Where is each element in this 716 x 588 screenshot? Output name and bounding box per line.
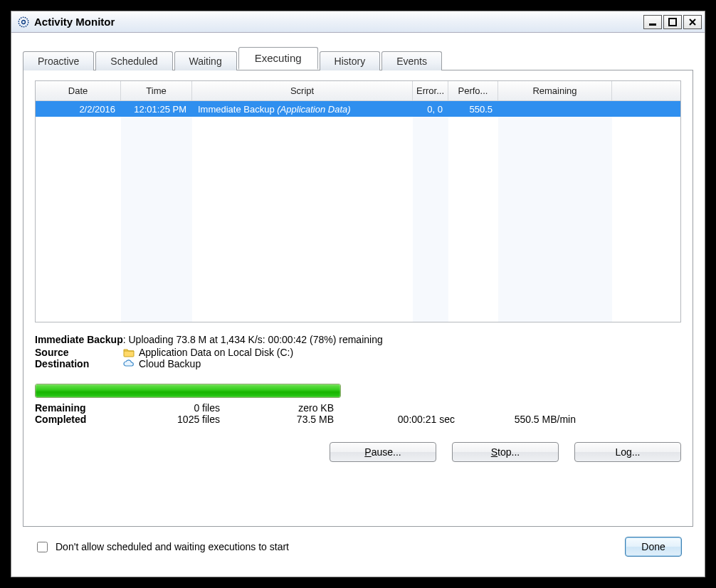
tab-waiting[interactable]: Waiting <box>174 51 237 70</box>
col-remaining[interactable]: Remaining <box>498 81 612 100</box>
stop-button[interactable]: Stop... <box>452 442 559 462</box>
tab-events[interactable]: Events <box>381 51 442 70</box>
grid-body[interactable]: 2/2/2016 12:01:25 PM Immediate Backup (A… <box>36 101 680 322</box>
status-line-source: Source Application Data on Local Disk (C… <box>35 347 681 358</box>
cell-perf: 550.5 <box>448 104 498 115</box>
col-date[interactable]: Date <box>36 81 121 100</box>
col-perf[interactable]: Perfo... <box>448 81 498 100</box>
table-row[interactable]: 2/2/2016 12:01:25 PM Immediate Backup (A… <box>36 101 680 117</box>
tab-history[interactable]: History <box>320 51 381 70</box>
grid-header: Date Time Script Error... Perfo... Remai… <box>36 81 680 101</box>
stats-completed-files: 1025 files <box>127 414 241 425</box>
progress-fill <box>36 384 340 397</box>
stats-rate: 550.5 MB/min <box>476 414 597 425</box>
action-buttons: Pause... Stop... Log... <box>35 442 681 462</box>
stats-elapsed: 00:00:21 sec <box>355 414 476 425</box>
cell-error: 0, 0 <box>413 104 448 115</box>
svg-rect-3 <box>669 19 676 26</box>
footer: Don't allow scheduled and waiting execut… <box>23 527 693 567</box>
tab-executing[interactable]: Executing <box>238 47 318 70</box>
status-source-text: Application Data on Local Disk (C:) <box>139 347 293 358</box>
svg-point-1 <box>22 20 26 23</box>
col-script[interactable]: Script <box>192 81 413 100</box>
tab-proactive[interactable]: Proactive <box>23 51 94 70</box>
dont-allow-checkbox-label[interactable]: Don't allow scheduled and waiting execut… <box>34 540 289 555</box>
cell-time: 12:01:25 PM <box>121 104 192 115</box>
col-error[interactable]: Error... <box>413 81 448 100</box>
status-line-destination: Destination Cloud Backup <box>35 358 681 369</box>
stats-completed-size: 73.5 MB <box>241 414 355 425</box>
window-controls <box>643 15 702 29</box>
checkbox-text: Don't allow scheduled and waiting execut… <box>56 541 289 552</box>
svg-point-0 <box>19 17 28 27</box>
stats-block: Remaining 0 files zero KB Completed 1025… <box>35 402 681 425</box>
window-title: Activity Monitor <box>34 16 643 28</box>
tabstrip: Proactive Scheduled Waiting Executing Hi… <box>23 48 693 70</box>
titlebar: Activity Monitor <box>11 11 705 33</box>
script-detail: (Application Data) <box>277 104 350 115</box>
script-name: Immediate Backup <box>198 104 277 115</box>
cloud-icon <box>123 358 135 369</box>
status-backup-label: Immediate Backup <box>35 334 123 345</box>
col-spacer <box>612 81 680 100</box>
cell-date: 2/2/2016 <box>36 104 121 115</box>
dont-allow-checkbox[interactable] <box>37 542 48 552</box>
svg-rect-2 <box>649 23 656 26</box>
cell-script: Immediate Backup (Application Data) <box>192 104 413 115</box>
stats-remaining-row: Remaining 0 files zero KB <box>35 402 681 414</box>
stats-completed-row: Completed 1025 files 73.5 MB 00:00:21 se… <box>35 414 681 425</box>
maximize-button[interactable] <box>663 15 682 29</box>
minimize-button[interactable] <box>643 15 662 29</box>
content-area: Proactive Scheduled Waiting Executing Hi… <box>11 33 705 577</box>
grid-stripes <box>36 101 680 322</box>
folder-icon <box>123 347 135 358</box>
app-gear-icon <box>17 16 30 28</box>
status-line-backup: Immediate Backup: Uploading 73.8 M at 1,… <box>35 334 681 345</box>
stats-remaining-files: 0 files <box>127 402 241 414</box>
progress-bar <box>35 384 341 398</box>
activity-monitor-window: Activity Monitor Proactive Scheduled Wai… <box>11 11 705 577</box>
stats-completed-label: Completed <box>35 414 127 425</box>
status-backup-detail: : Uploading 73.8 M at 1,434 K/s: 00:00:4… <box>123 334 383 345</box>
status-block: Immediate Backup: Uploading 73.8 M at 1,… <box>35 334 681 369</box>
tab-scheduled[interactable]: Scheduled <box>95 51 172 70</box>
execution-grid: Date Time Script Error... Perfo... Remai… <box>35 80 681 322</box>
col-time[interactable]: Time <box>121 81 192 100</box>
executing-panel: Date Time Script Error... Perfo... Remai… <box>23 70 693 527</box>
close-button[interactable] <box>683 15 702 29</box>
log-button[interactable]: Log... <box>574 442 681 462</box>
done-button[interactable]: Done <box>625 537 682 557</box>
status-destination-text: Cloud Backup <box>139 358 201 369</box>
status-destination-label: Destination <box>35 358 119 369</box>
status-source-label: Source <box>35 347 119 358</box>
pause-button[interactable]: Pause... <box>330 442 436 462</box>
stats-remaining-label: Remaining <box>35 402 127 414</box>
stats-remaining-size: zero KB <box>241 402 355 414</box>
